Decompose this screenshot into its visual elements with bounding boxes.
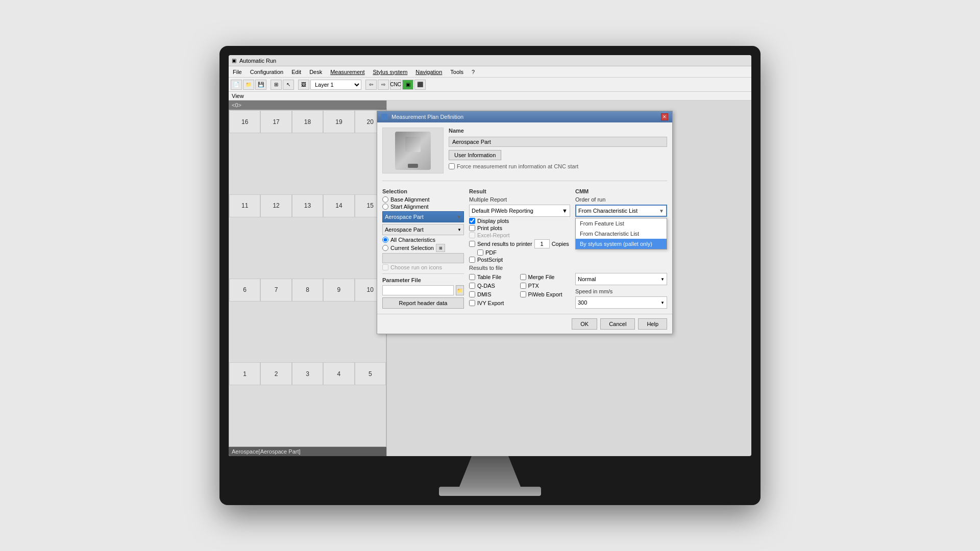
dialog-close-button[interactable]: ✕ (661, 113, 668, 120)
order-of-run-title: Order of run (575, 196, 667, 203)
toolbar-save[interactable]: 💾 (255, 80, 266, 90)
menu-file[interactable]: File (231, 68, 244, 76)
help-button[interactable]: Help (638, 318, 667, 330)
force-checkbox[interactable] (449, 163, 455, 169)
aerospace-dropdown-2[interactable]: Aerospace Part ▼ (382, 224, 464, 235)
selection-title: Selection (382, 188, 464, 194)
param-file-btn[interactable]: 📁 (456, 285, 464, 295)
multiple-report-value: Default PiWeb Reporting (472, 208, 533, 214)
ok-button[interactable]: OK (572, 318, 597, 330)
multiple-report-dropdown[interactable]: Default PiWeb Reporting ▼ (469, 205, 570, 217)
popup-from-characteristic[interactable]: From Characteristic List (576, 229, 667, 239)
param-file-input[interactable] (382, 285, 454, 295)
all-char-radio[interactable] (382, 237, 388, 243)
dmis-label: DMIS (477, 291, 492, 297)
menu-navigation[interactable]: Navigation (413, 68, 444, 76)
toolbar-image[interactable]: 🖼 (298, 80, 309, 90)
menu-tools[interactable]: Tools (448, 68, 465, 76)
send-printer-checkbox[interactable] (469, 241, 475, 247)
q-das-label: Q-DAS (477, 283, 495, 289)
toolbar-green[interactable]: ▣ (402, 80, 413, 90)
merge-file-checkbox[interactable] (520, 274, 526, 280)
base-alignment-row: Base Alignment (382, 196, 464, 203)
excel-report-checkbox[interactable] (469, 232, 475, 238)
menu-edit[interactable]: Edit (289, 68, 303, 76)
ivy-export-checkbox[interactable] (469, 300, 475, 306)
speed-value: 300 (578, 299, 587, 306)
piweb-export-row: PiWeb Export (520, 291, 571, 297)
dialog-body: Name Aerospace Part User Information For… (377, 122, 672, 314)
dialog-title: Measurement Plan Definition (391, 114, 463, 120)
pdf-checkbox[interactable] (477, 249, 483, 256)
layer-select[interactable]: Layer 1 (310, 80, 361, 90)
normal-dropdown[interactable]: Normal ▼ (575, 273, 667, 285)
current-sel-icon[interactable]: ⊞ (436, 244, 445, 252)
dropdown-arrow-1: ▼ (456, 214, 461, 220)
report-header-button[interactable]: Report header data (382, 297, 464, 309)
toolbar-new[interactable]: 📄 (231, 80, 242, 90)
menu-configuration[interactable]: Configuration (248, 68, 285, 76)
current-sel-radio[interactable] (382, 245, 388, 251)
screen: ▣ Automatic Run File Configuration Edit … (229, 55, 751, 456)
dmis-checkbox[interactable] (469, 291, 475, 297)
display-plots-row: Display plots (469, 218, 570, 224)
normal-arrow: ▼ (660, 277, 665, 282)
base-alignment-label: Base Alignment (390, 196, 429, 203)
copies-input[interactable]: 1 (534, 239, 550, 248)
toolbar-forward[interactable]: ⇨ (378, 80, 389, 90)
toolbar: 📄 📁 💾 ⊞ ↖ 🖼 Layer 1 ⇦ ⇨ CNC ▣ ⬛ (229, 78, 751, 92)
device-img-inner (395, 132, 431, 170)
q-das-row: Q-DAS (469, 283, 520, 289)
menu-desk[interactable]: Desk (307, 68, 324, 76)
dialog-top: Name Aerospace Part User Information For… (382, 128, 667, 173)
aerospace-dropdown-1[interactable]: Aerospace Part ▼ (382, 211, 464, 222)
toolbar-extra[interactable]: ⬛ (414, 80, 426, 90)
result-section: Result Multiple Report Default PiWeb Rep… (469, 188, 570, 309)
name-value: Aerospace Part (449, 137, 667, 147)
dmis-row: DMIS (469, 291, 520, 297)
name-label: Name (449, 128, 667, 134)
cmm-title: CMM (575, 188, 667, 194)
print-plots-checkbox[interactable] (469, 225, 475, 231)
q-das-checkbox[interactable] (469, 283, 475, 289)
monitor-stand (459, 456, 521, 487)
popup-from-feature[interactable]: From Feature List (576, 218, 667, 229)
speed-dropdown[interactable]: 300 ▼ (575, 296, 667, 309)
order-arrow: ▼ (659, 208, 664, 214)
piweb-export-label: PiWeb Export (528, 291, 562, 297)
ptx-row: PTX (520, 283, 571, 289)
normal-value: Normal (578, 276, 596, 282)
toolbar-cnc[interactable]: CNC (390, 80, 401, 90)
postscript-row: PostScript (469, 257, 570, 263)
order-dropdown-wrapper: From Characteristic List ▼ From Feature … (575, 205, 667, 217)
app-window: ▣ Automatic Run File Configuration Edit … (229, 55, 751, 456)
toolbar-open[interactable]: 📁 (243, 80, 254, 90)
pdf-label: PDF (485, 249, 497, 256)
toolbar-grid[interactable]: ⊞ (271, 80, 282, 90)
toolbar-cursor[interactable]: ↖ (283, 80, 294, 90)
cancel-button[interactable]: Cancel (600, 318, 635, 330)
order-value: From Characteristic List (578, 208, 638, 214)
char-input[interactable] (382, 253, 464, 263)
ptx-checkbox[interactable] (520, 283, 526, 289)
menu-measurement[interactable]: Measurement (328, 68, 366, 76)
dialog-overlay: Measurement Plan Definition ✕ (229, 101, 751, 456)
piweb-export-checkbox[interactable] (520, 291, 526, 297)
table-file-row: Table File (469, 274, 520, 280)
menu-stylus[interactable]: Stylus system (371, 68, 409, 76)
popup-by-stylus[interactable]: By stylus system (pallet only) (576, 239, 667, 249)
order-dropdown[interactable]: From Characteristic List ▼ (575, 205, 667, 217)
table-file-label: Table File (477, 274, 501, 280)
menu-help[interactable]: ? (470, 68, 477, 76)
user-info-button[interactable]: User Information (449, 150, 501, 160)
choose-run-checkbox[interactable] (382, 264, 388, 270)
postscript-checkbox[interactable] (469, 257, 475, 263)
toolbar-back[interactable]: ⇦ (365, 80, 377, 90)
display-plots-checkbox[interactable] (469, 218, 475, 224)
table-file-checkbox[interactable] (469, 274, 475, 280)
base-alignment-radio[interactable] (382, 196, 388, 203)
dialog-sections: Selection Base Alignment Start Alignment (382, 188, 667, 309)
start-alignment-radio[interactable] (382, 204, 388, 210)
dialog-icon (381, 114, 387, 120)
choose-run-label: Choose run on icons (390, 264, 442, 270)
